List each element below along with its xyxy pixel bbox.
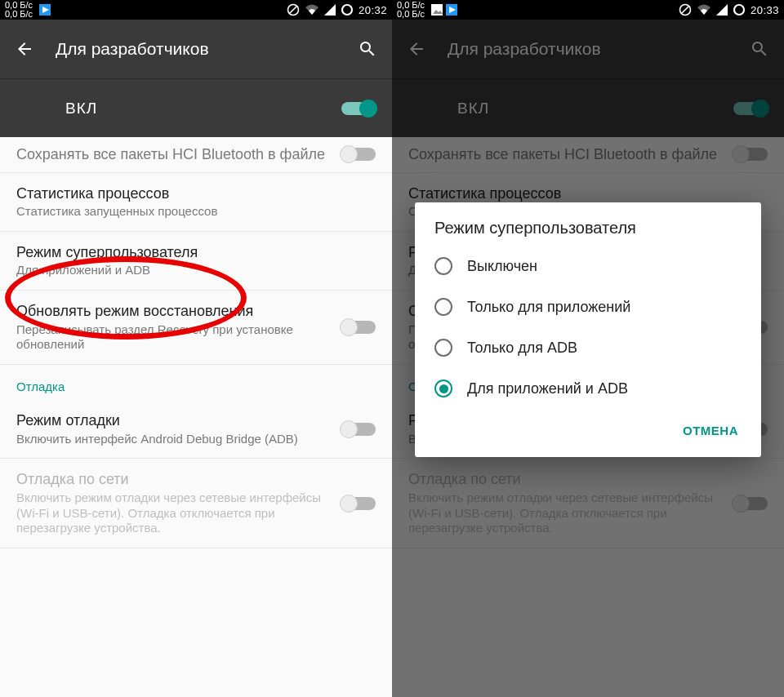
settings-list: Сохранять все пакеты HCI Bluetooth в фай… bbox=[0, 137, 392, 697]
svg-line-3 bbox=[289, 6, 297, 14]
master-toggle[interactable] bbox=[341, 102, 376, 115]
item-hci-log[interactable]: Сохранять все пакеты HCI Bluetooth в фай… bbox=[0, 137, 392, 173]
phone-right: 0,0 Б/с 0,0 Б/с 20:33 Для разработчиков … bbox=[392, 0, 784, 697]
svg-point-14 bbox=[734, 5, 744, 15]
radio-icon bbox=[434, 380, 452, 397]
phone-left: 0,0 Б/с 0,0 Б/с ! 20:32 Для разработчико… bbox=[0, 0, 392, 697]
dialog-option-apps-and-adb[interactable]: Для приложений и ADB bbox=[415, 368, 761, 409]
item-primary: Обновлять режим восстановления bbox=[16, 302, 330, 321]
radio-icon bbox=[434, 339, 452, 357]
cell-signal-icon: ! bbox=[324, 4, 336, 16]
item-primary: Отладка по сети bbox=[16, 470, 330, 489]
toggle-netdbg bbox=[341, 497, 376, 510]
battery-ring-icon bbox=[733, 3, 746, 16]
svg-line-12 bbox=[681, 6, 689, 14]
master-toggle-label: ВКЛ bbox=[65, 100, 97, 118]
status-bar: 0,0 Б/с 0,0 Б/с ! 20:32 bbox=[0, 0, 392, 20]
toggle-adb[interactable] bbox=[341, 423, 376, 436]
status-bar: 0,0 Б/с 0,0 Б/с 20:33 bbox=[392, 0, 784, 20]
status-net-speed: 0,0 Б/с 0,0 Б/с bbox=[397, 1, 425, 19]
item-primary: Режим отладки bbox=[16, 411, 330, 430]
page-title: Для разработчиков bbox=[56, 39, 209, 59]
item-secondary: Для приложений и ADB bbox=[16, 263, 376, 278]
dialog-option-apps-only[interactable]: Только для приложений bbox=[415, 286, 761, 327]
option-label: Для приложений и ADB bbox=[467, 380, 628, 397]
item-primary: Статистика процессов bbox=[16, 184, 376, 203]
status-time: 20:33 bbox=[751, 4, 779, 16]
item-network-debug: Отладка по сети Включить режим отладки ч… bbox=[0, 459, 392, 548]
item-secondary: Перезаписывать раздел Recovery при устан… bbox=[16, 322, 330, 353]
item-secondary: Статистика запущенных процессов bbox=[16, 204, 376, 220]
svg-point-6 bbox=[342, 5, 352, 15]
back-button[interactable] bbox=[13, 38, 36, 60]
option-label: Только для ADB bbox=[467, 340, 577, 357]
item-primary: Сохранять все пакеты HCI Bluetooth в фай… bbox=[16, 145, 330, 164]
item-primary: Режим суперпользователя bbox=[16, 243, 376, 262]
picture-icon bbox=[431, 4, 443, 16]
app-header: Для разработчиков bbox=[0, 20, 392, 78]
cancel-button[interactable]: ОТМЕНА bbox=[675, 417, 746, 444]
wifi-icon bbox=[697, 4, 711, 16]
section-debug: Отладка bbox=[0, 365, 392, 400]
item-process-stats[interactable]: Статистика процессов Статистика запущенн… bbox=[0, 173, 392, 232]
item-update-recovery[interactable]: Обновлять режим восстановления Перезапис… bbox=[0, 291, 392, 365]
toggle-hci[interactable] bbox=[341, 148, 376, 161]
radio-icon bbox=[434, 257, 452, 275]
media-icon bbox=[446, 4, 457, 16]
dialog-option-adb-only[interactable]: Только для ADB bbox=[415, 327, 761, 368]
status-time: 20:32 bbox=[359, 4, 387, 16]
root-access-dialog: Режим суперпользователя Выключен Только … bbox=[415, 202, 761, 457]
dialog-option-disabled[interactable]: Выключен bbox=[415, 246, 761, 286]
option-label: Выключен bbox=[467, 258, 537, 275]
wifi-icon bbox=[305, 4, 319, 16]
battery-ring-icon bbox=[341, 3, 354, 16]
master-toggle-row[interactable]: ВКЛ bbox=[0, 78, 392, 137]
svg-text:!: ! bbox=[326, 6, 328, 14]
item-secondary: Включить режим отладки через сетевые инт… bbox=[16, 491, 330, 536]
cell-signal-icon bbox=[716, 4, 728, 16]
no-disturb-icon bbox=[679, 3, 692, 16]
dialog-title: Режим суперпользователя bbox=[415, 219, 761, 246]
radio-icon bbox=[434, 298, 452, 316]
search-button[interactable] bbox=[356, 38, 379, 60]
status-net-speed: 0,0 Б/с 0,0 Б/с bbox=[5, 1, 33, 19]
item-adb-debug[interactable]: Режим отладки Включить интерфейс Android… bbox=[0, 400, 392, 459]
media-icon bbox=[39, 4, 51, 16]
no-disturb-icon bbox=[287, 3, 300, 16]
item-secondary: Включить интерфейс Android Debug Bridge … bbox=[16, 432, 330, 447]
svg-marker-13 bbox=[716, 4, 728, 16]
toggle-recovery[interactable] bbox=[341, 321, 376, 334]
item-root-access[interactable]: Режим суперпользователя Для приложений и… bbox=[0, 232, 392, 291]
option-label: Только для приложений bbox=[467, 299, 630, 316]
